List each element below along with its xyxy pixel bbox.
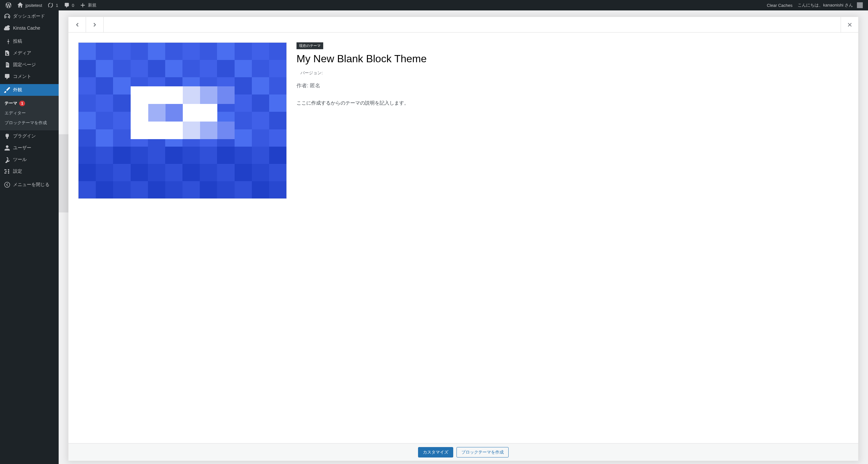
admin-bar-left: jpsitetest 1 0 新規 <box>3 0 99 10</box>
submenu-create-block-theme[interactable]: ブロックテーマを作成 <box>0 118 59 128</box>
settings-icon <box>4 168 10 175</box>
clear-caches-label: Clear Caches <box>767 3 793 8</box>
theme-info: 現在のテーマ My New Blank Block Theme バージョン: 作… <box>297 42 848 438</box>
comment-icon <box>64 2 70 8</box>
next-theme-button[interactable] <box>86 17 103 32</box>
dashboard-icon <box>4 13 10 20</box>
menu-dashboard[interactable]: ダッシュボード <box>0 10 59 22</box>
customize-button[interactable]: カスタマイズ <box>418 447 453 458</box>
menu-label: プラグイン <box>13 133 36 139</box>
submenu-editor[interactable]: エディター <box>0 108 59 118</box>
plus-icon <box>80 2 86 8</box>
submenu-label: エディター <box>5 110 26 116</box>
svg-point-0 <box>5 182 10 187</box>
menu-users[interactable]: ユーザー <box>0 142 59 154</box>
updates-link[interactable]: 1 <box>44 0 61 10</box>
pin-icon <box>4 38 10 44</box>
update-icon <box>47 2 54 8</box>
wordpress-icon <box>5 2 12 8</box>
clear-caches-link[interactable]: Clear Caches <box>764 0 795 10</box>
site-name: jpsitetest <box>25 3 42 8</box>
menu-label: メニューを閉じる <box>13 182 50 188</box>
menu-plugins[interactable]: プラグイン <box>0 130 59 142</box>
menu-label: メディア <box>13 50 31 56</box>
menu-media[interactable]: メディア <box>0 47 59 59</box>
theme-author: 作者: 匿名 <box>297 83 848 89</box>
menu-label: 外観 <box>13 87 22 93</box>
greeting-label: こんにちは、kanaonishi さん <box>798 2 853 8</box>
theme-description: ここに作成するからのテーマの説明を記入します。 <box>297 99 848 107</box>
submenu-label: ブロックテーマを作成 <box>5 120 47 126</box>
bg-strip <box>59 134 68 212</box>
modal-header <box>68 17 858 33</box>
collapse-icon <box>4 182 10 188</box>
chevron-left-icon <box>74 22 81 28</box>
my-account-link[interactable]: こんにちは、kanaonishi さん <box>795 0 865 10</box>
wp-logo[interactable] <box>3 0 14 10</box>
close-icon <box>846 22 853 28</box>
create-block-theme-button[interactable]: ブロックテーマを作成 <box>457 447 508 458</box>
modal-body: 現在のテーマ My New Blank Block Theme バージョン: 作… <box>68 33 858 461</box>
menu-label: ダッシュボード <box>13 13 45 19</box>
chevron-right-icon <box>92 22 98 28</box>
theme-screenshot <box>78 42 287 199</box>
comments-icon <box>4 73 10 80</box>
theme-details-modal: 現在のテーマ My New Blank Block Theme バージョン: 作… <box>68 17 858 461</box>
media-icon <box>4 50 10 56</box>
menu-settings[interactable]: 設定 <box>0 165 59 177</box>
close-modal-button[interactable] <box>841 17 858 32</box>
modal-actions: カスタマイズ ブロックテーマを作成 <box>68 443 858 461</box>
menu-label: ユーザー <box>13 145 31 151</box>
wrench-icon <box>4 156 10 163</box>
theme-screenshot-wrap <box>78 42 287 438</box>
submenu-themes[interactable]: テーマ 1 <box>0 98 59 108</box>
menu-label: 設定 <box>13 168 22 174</box>
theme-version: バージョン: <box>301 70 848 76</box>
home-icon <box>17 2 24 8</box>
new-label: 新規 <box>88 2 96 8</box>
site-name-link[interactable]: jpsitetest <box>14 0 44 10</box>
themes-count-badge: 1 <box>19 101 25 106</box>
user-icon <box>4 145 10 151</box>
brush-icon <box>4 87 10 93</box>
admin-bar: jpsitetest 1 0 新規 Clear Caches こんにちは、kan… <box>0 0 868 10</box>
comments-count: 0 <box>72 3 74 8</box>
menu-label: コメント <box>13 74 31 80</box>
new-content-link[interactable]: 新規 <box>77 0 99 10</box>
menu-label: 固定ページ <box>13 62 36 68</box>
menu-label: ツール <box>13 157 27 163</box>
menu-kinsta-cache[interactable]: Kinsta Cache <box>0 22 59 34</box>
menu-appearance[interactable]: 外観 <box>0 84 59 96</box>
page-icon <box>4 62 10 68</box>
content-area: 現在のテーマ My New Blank Block Theme バージョン: 作… <box>59 10 868 464</box>
menu-label: Kinsta Cache <box>13 25 40 31</box>
submenu-label: テーマ <box>5 100 17 106</box>
menu-collapse[interactable]: メニューを閉じる <box>0 179 59 191</box>
admin-sidebar: ダッシュボード Kinsta Cache 投稿 メディア 固定ページ コメント … <box>0 10 59 464</box>
menu-tools[interactable]: ツール <box>0 154 59 165</box>
menu-posts[interactable]: 投稿 <box>0 35 59 47</box>
updates-count: 1 <box>56 3 58 8</box>
menu-comments[interactable]: コメント <box>0 71 59 83</box>
admin-bar-right: Clear Caches こんにちは、kanaonishi さん <box>764 0 865 10</box>
cloud-icon <box>4 25 10 31</box>
prev-theme-button[interactable] <box>68 17 86 32</box>
theme-title: My New Blank Block Theme <box>297 53 848 65</box>
plugin-icon <box>4 133 10 140</box>
menu-label: 投稿 <box>13 38 22 44</box>
comments-link[interactable]: 0 <box>61 0 77 10</box>
current-theme-badge: 現在のテーマ <box>297 42 323 49</box>
menu-pages[interactable]: 固定ページ <box>0 59 59 71</box>
appearance-submenu: テーマ 1 エディター ブロックテーマを作成 <box>0 96 59 130</box>
avatar-icon <box>857 2 863 8</box>
